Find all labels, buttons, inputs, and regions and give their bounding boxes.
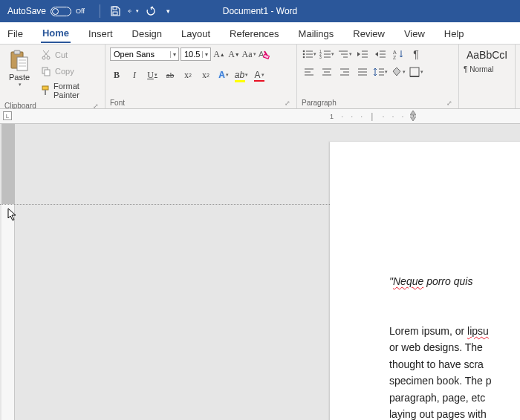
tab-review[interactable]: Review bbox=[351, 24, 386, 42]
chevron-down-icon: ▾ bbox=[136, 8, 139, 14]
format-painter-button[interactable]: Format Painter bbox=[37, 80, 100, 101]
superscript-button[interactable]: x2 bbox=[199, 68, 212, 82]
numbering-button[interactable]: 123▾ bbox=[319, 47, 334, 61]
copy-label: Copy bbox=[55, 67, 74, 76]
increase-font-size-button[interactable]: A▲ bbox=[212, 47, 226, 61]
document-page[interactable]: "Neque porro quis Lorem ipsum, or lipsuo… bbox=[330, 142, 520, 420]
chevron-down-icon[interactable]: ▾ bbox=[19, 82, 22, 88]
decrease-indent-button[interactable] bbox=[355, 47, 370, 61]
increase-indent-button[interactable] bbox=[373, 47, 388, 61]
tab-help[interactable]: Help bbox=[443, 24, 466, 42]
tab-design[interactable]: Design bbox=[131, 24, 163, 42]
font-size-combo[interactable]: 10.5 ▾ bbox=[181, 47, 211, 61]
highlight-button[interactable]: ab▾ bbox=[235, 68, 248, 82]
customize-qat-icon[interactable]: ▾ bbox=[163, 5, 175, 17]
style-name[interactable]: ¶ Normal bbox=[464, 65, 493, 73]
decrease-font-size-button[interactable]: A▼ bbox=[227, 47, 241, 61]
title-bar: AutoSave Off ▾ ▾ Document1 - Word bbox=[0, 0, 520, 22]
line-spacing-button[interactable]: ▾ bbox=[373, 65, 388, 79]
clear-formatting-button[interactable]: A bbox=[257, 47, 270, 61]
indent-marker-icon[interactable] bbox=[410, 117, 416, 122]
quote-text: "Neque porro quis bbox=[389, 275, 520, 287]
group-label-font: Font ⤢ bbox=[110, 98, 292, 107]
bullets-button[interactable]: ▾ bbox=[302, 47, 316, 61]
multilevel-list-button[interactable]: ▾ bbox=[337, 47, 352, 61]
bold-button[interactable]: B bbox=[110, 68, 123, 82]
svg-point-9 bbox=[47, 56, 50, 59]
align-center-button[interactable] bbox=[319, 65, 334, 79]
sort-button[interactable]: AZ bbox=[391, 47, 406, 61]
group-label-paragraph: Paragraph ⤢ bbox=[302, 98, 454, 107]
svg-rect-11 bbox=[45, 70, 50, 76]
save-icon[interactable] bbox=[109, 5, 121, 17]
paste-button[interactable]: Paste ▾ bbox=[4, 47, 34, 101]
svg-text:3: 3 bbox=[319, 55, 322, 59]
align-right-button[interactable] bbox=[337, 65, 352, 79]
tab-mailings[interactable]: Mailings bbox=[297, 24, 336, 42]
redo-icon[interactable] bbox=[145, 5, 157, 17]
borders-button[interactable]: ▾ bbox=[409, 65, 423, 79]
document-workspace: "Neque porro quis Lorem ipsum, or lipsuo… bbox=[0, 124, 520, 420]
svg-text:Z: Z bbox=[393, 55, 397, 59]
subscript-button[interactable]: x2 bbox=[181, 68, 195, 82]
vertical-ruler[interactable] bbox=[1, 124, 15, 420]
horizontal-ruler[interactable]: L 1 · · · │ · · · 1 bbox=[0, 109, 520, 124]
tab-insert[interactable]: Insert bbox=[87, 24, 114, 42]
group-label-styles bbox=[464, 106, 510, 107]
strikethrough-button[interactable]: ab bbox=[163, 68, 177, 82]
cut-icon bbox=[40, 49, 52, 61]
italic-button[interactable]: I bbox=[128, 68, 141, 82]
cut-button[interactable]: Cut bbox=[37, 47, 100, 62]
ribbon: Paste ▾ Cut Copy bbox=[0, 45, 520, 109]
format-painter-label: Format Painter bbox=[53, 82, 97, 99]
dialog-launcher-icon[interactable]: ⤢ bbox=[91, 102, 100, 110]
toggle-knob bbox=[52, 8, 59, 15]
autosave-state: Off bbox=[76, 7, 85, 15]
font-name-combo[interactable]: Open Sans ▾ bbox=[110, 47, 179, 61]
dialog-launcher-icon[interactable]: ⤢ bbox=[445, 99, 454, 107]
show-paragraph-marks-button[interactable]: ¶ bbox=[409, 47, 423, 61]
justify-button[interactable] bbox=[355, 65, 370, 79]
paste-label: Paste bbox=[9, 73, 30, 82]
underline-button[interactable]: U▾ bbox=[146, 68, 159, 82]
group-styles: AaBbCcI ¶ Normal bbox=[459, 45, 516, 108]
body-paragraph: Lorem ipsum, or lipsuor web designs. The… bbox=[389, 323, 520, 420]
font-color-button[interactable]: A▾ bbox=[253, 68, 266, 82]
change-case-button[interactable]: Aa▾ bbox=[242, 47, 256, 61]
svg-rect-12 bbox=[42, 86, 48, 90]
svg-point-8 bbox=[42, 56, 45, 59]
chevron-down-icon[interactable]: ▾ bbox=[202, 51, 210, 58]
cut-label: Cut bbox=[55, 50, 68, 59]
font-size-value: 10.5 bbox=[181, 48, 202, 60]
toggle-track bbox=[51, 7, 71, 16]
dialog-launcher-icon[interactable]: ⤢ bbox=[283, 99, 292, 107]
separator bbox=[100, 4, 100, 18]
svg-rect-0 bbox=[113, 7, 117, 10]
svg-rect-1 bbox=[113, 12, 117, 15]
tab-selector[interactable]: L bbox=[3, 111, 12, 120]
align-left-button[interactable] bbox=[302, 65, 316, 79]
autosave-toggle[interactable]: AutoSave Off bbox=[7, 6, 85, 16]
svg-rect-13 bbox=[45, 90, 46, 95]
svg-rect-4 bbox=[17, 57, 27, 70]
group-clipboard: Paste ▾ Cut Copy bbox=[0, 45, 105, 108]
first-line-indent-icon[interactable] bbox=[410, 111, 416, 117]
text-effects-button[interactable]: A▾ bbox=[217, 68, 230, 82]
tab-home[interactable]: Home bbox=[41, 23, 71, 43]
tab-view[interactable]: View bbox=[403, 24, 426, 42]
shading-button[interactable]: ▾ bbox=[391, 65, 406, 79]
group-font: Open Sans ▾ 10.5 ▾ A▲ A▼ Aa▾ A B I U▾ ab bbox=[105, 45, 297, 108]
quick-access-toolbar: ▾ ▾ bbox=[97, 4, 175, 18]
svg-point-20 bbox=[303, 56, 305, 59]
tab-layout[interactable]: Layout bbox=[180, 24, 212, 42]
svg-rect-15 bbox=[263, 54, 269, 59]
copy-icon bbox=[40, 65, 52, 77]
tab-file[interactable]: File bbox=[6, 24, 25, 42]
undo-icon[interactable]: ▾ bbox=[127, 5, 139, 17]
svg-text:A: A bbox=[393, 50, 397, 55]
tab-references[interactable]: References bbox=[228, 24, 280, 42]
style-sample[interactable]: AaBbCcI bbox=[464, 47, 510, 62]
ribbon-tabs: File Home Insert Design Layout Reference… bbox=[0, 22, 520, 45]
copy-button[interactable]: Copy bbox=[37, 64, 100, 79]
chevron-down-icon[interactable]: ▾ bbox=[170, 51, 178, 58]
